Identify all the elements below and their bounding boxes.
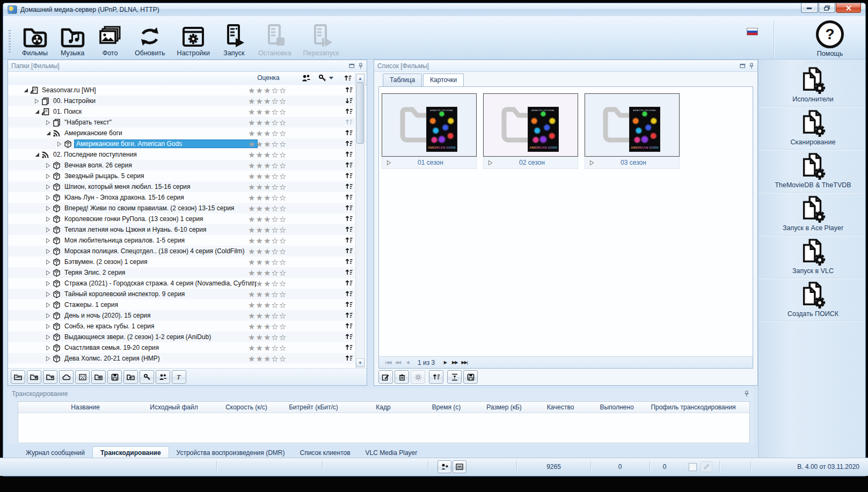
expand-icon[interactable] — [45, 334, 52, 341]
rating-stars[interactable]: ★★★☆☆ — [248, 235, 287, 246]
tree-item[interactable]: Шпион, который меня любил. 15-16 серия★★… — [8, 181, 355, 192]
expand-icon[interactable] — [45, 344, 52, 351]
tree-item[interactable]: Счастливая семья. 19-20 серия★★★☆☆ — [8, 342, 355, 353]
expand-icon[interactable] — [56, 141, 63, 148]
tree-item-label[interactable]: 00. Настройки — [52, 97, 97, 105]
key-filter-icon[interactable] — [318, 74, 327, 83]
season-card[interactable]: AMAZON ORIGINALAMERICAN GODS03 сезон — [585, 93, 680, 169]
tab-cards[interactable]: Карточки — [423, 74, 464, 87]
column-header[interactable]: Исходный файл — [131, 402, 217, 413]
collapse-icon[interactable] — [33, 151, 40, 158]
tree-item[interactable]: Дева Холмс. 20-21 серия (HMP)★★★☆☆ — [8, 353, 355, 364]
scroll-down-icon[interactable]: ▼ — [356, 358, 364, 367]
tree-item-label[interactable]: День и ночь (2020). 15 серия — [63, 311, 152, 320]
bottom-tab[interactable]: VLC Media Player — [358, 447, 425, 459]
rating-stars[interactable]: ★★★☆☆ — [248, 332, 287, 342]
card-thumbnail[interactable]: AMAZON ORIGINALAMERICAN GODS — [585, 93, 680, 157]
rating-stars[interactable]: ★★★☆☆ — [248, 117, 287, 128]
bottom-tab[interactable]: Журнал сообщений — [18, 447, 92, 459]
tree-item-label[interactable]: Теплая летняя ночь Цзюня и Нуань. 6-10 с… — [63, 225, 208, 234]
expand-icon[interactable] — [45, 248, 52, 255]
photo-button[interactable]: Фото — [91, 18, 129, 58]
card-label[interactable]: 02 сезон — [497, 159, 578, 166]
films-button[interactable]: Фильмы — [16, 18, 54, 58]
sort-direction-icon[interactable] — [345, 322, 353, 329]
sort-direction-icon[interactable] — [345, 119, 353, 126]
rating-stars[interactable]: ★★★☆☆ — [248, 214, 287, 224]
rating-stars[interactable]: ★★★☆☆ — [248, 289, 287, 299]
expand-icon[interactable] — [45, 216, 52, 223]
expand-icon[interactable] — [45, 323, 52, 330]
tree-item[interactable]: Стража (2021) - Городская стража. 4 сери… — [8, 278, 355, 289]
expand-icon[interactable] — [45, 237, 52, 244]
rating-stars[interactable]: ★★★☆☆ — [248, 310, 287, 321]
collapse-icon[interactable] — [33, 108, 40, 115]
users-button[interactable] — [156, 370, 170, 384]
rating-stars[interactable]: ★★★☆☆ — [248, 299, 287, 310]
start-button[interactable]: Запуск — [216, 18, 252, 58]
tree-item[interactable]: Сонбэ, не крась губы. 1 серия★★★☆☆ — [8, 321, 355, 332]
delete-button[interactable] — [395, 370, 409, 384]
tree-item[interactable]: Тайный королевский инспектор. 9 серия★★★… — [8, 289, 355, 299]
expand-icon[interactable] — [45, 173, 52, 180]
expand-icon[interactable] — [45, 269, 52, 276]
rating-stars[interactable]: ★★★☆☆ — [248, 203, 287, 214]
rating-stars[interactable]: ★★★☆☆ — [248, 128, 287, 138]
prev-page-icon[interactable]: ◀ — [403, 358, 412, 366]
tree-item[interactable]: 01. Поиск★★★☆☆ — [8, 106, 355, 117]
fast-prev-icon[interactable]: ◀◀ — [393, 358, 403, 366]
settings-button[interactable]: Настройки — [171, 18, 216, 58]
sidebar-button-create-search[interactable]: Создать ПОИСК — [758, 278, 866, 321]
column-header[interactable]: Скорость (к/с) — [217, 402, 276, 413]
sort-direction-icon[interactable] — [345, 258, 353, 265]
expand-icon[interactable] — [33, 98, 40, 105]
sort-direction-icon[interactable] — [345, 280, 353, 287]
expand-icon[interactable] — [45, 280, 52, 287]
tree-item-label[interactable]: Шпион, который меня любил. 15-16 серия — [63, 182, 192, 191]
rating-stars[interactable]: ★★★☆☆ — [248, 171, 287, 181]
first-page-icon[interactable]: |◀◀ — [383, 358, 393, 366]
rating-stars[interactable]: ★★★☆☆ — [248, 342, 287, 353]
sidebar-button-launch-ace-player[interactable]: Запуск в Ace Player — [758, 193, 866, 236]
expand-icon[interactable] — [45, 205, 52, 212]
sort-direction-icon[interactable] — [345, 172, 353, 179]
expand-icon[interactable] — [45, 259, 52, 266]
expand-icon[interactable] — [488, 160, 493, 166]
panel-restore-icon[interactable] — [740, 63, 746, 69]
tree-item-label[interactable]: Стража (2021) - Городская стража. 4 сери… — [63, 279, 257, 288]
panel-restore-icon[interactable] — [349, 63, 355, 69]
key-button[interactable] — [140, 370, 154, 384]
rating-stars[interactable]: ★★★☆☆ — [248, 278, 287, 289]
rating-stars[interactable]: ★★★☆☆ — [248, 192, 287, 203]
tree-item-label[interactable]: Выдающиеся звери. (2 сезон) 1-2 серия (A… — [63, 333, 213, 341]
tree-item-label[interactable]: 02. Последние поступления — [52, 150, 138, 159]
card-thumbnail[interactable]: AMAZON ORIGINALAMERICAN GODS — [483, 93, 578, 157]
tree-item[interactable]: 02. Последние поступления★★★☆☆ — [8, 149, 355, 160]
rating-stars[interactable]: ★★★☆☆ — [248, 160, 287, 171]
cloud-button[interactable] — [59, 370, 74, 384]
column-header[interactable]: Профиль транскодирования — [644, 402, 743, 413]
font-button[interactable]: T — [172, 370, 186, 384]
folder-open-button[interactable] — [11, 370, 25, 384]
tree-item[interactable]: Американские боги. American Gods★★★☆☆ — [8, 138, 355, 149]
panel-view-button[interactable] — [453, 460, 466, 473]
expand-icon[interactable] — [45, 194, 52, 201]
sidebar-button-launch-vlc[interactable]: Запуск в VLC — [758, 236, 866, 278]
expand-icon[interactable] — [589, 160, 594, 166]
expand-icon[interactable] — [45, 226, 52, 233]
next-page-icon[interactable]: ▶ — [440, 358, 450, 366]
fit-button[interactable] — [447, 370, 462, 384]
panel-pin-icon[interactable] — [749, 63, 754, 69]
sort-direction-icon[interactable] — [345, 215, 353, 222]
sort-direction-icon[interactable] — [345, 312, 353, 319]
collapse-icon[interactable] — [45, 130, 52, 137]
expand-icon[interactable] — [45, 183, 52, 190]
user-mode-button[interactable] — [437, 460, 451, 473]
expand-icon[interactable] — [386, 160, 391, 166]
column-header[interactable]: Битрейт (кБит/с) — [276, 402, 351, 413]
toolbar-grip[interactable] — [9, 30, 11, 54]
sort-direction-icon[interactable] — [345, 194, 353, 201]
column-header[interactable]: Размер (кБ) — [477, 402, 531, 413]
tree-item[interactable]: Американские боги★★★☆☆ — [8, 128, 355, 138]
tree-item[interactable]: 00. Настройки★★★☆☆ — [8, 96, 355, 106]
